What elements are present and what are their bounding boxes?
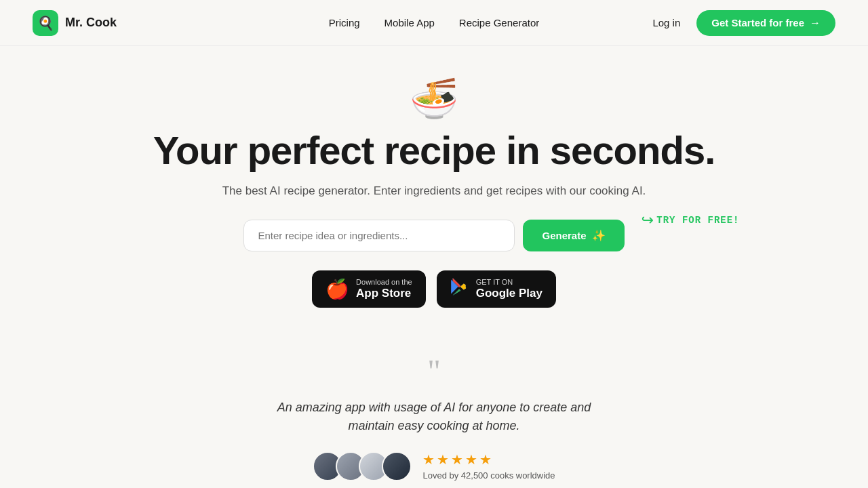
app-buttons: 🍎 Download on the App Store GET IT O: [312, 270, 556, 308]
quote-icon: ": [427, 355, 441, 388]
get-started-button[interactable]: Get Started for free →: [696, 10, 835, 36]
google-play-text: GET IT ON Google Play: [476, 278, 542, 301]
nav-recipe-generator[interactable]: Recipe Generator: [459, 17, 539, 28]
search-area: Generate ✨ ↩ TRY FOR FREE!: [243, 220, 624, 251]
loved-text: Loved by 42,500 cooks worldwide: [422, 470, 555, 481]
logo-text: Mr. Cook: [65, 16, 117, 30]
try-free-label: ↩ TRY FOR FREE!: [642, 211, 739, 229]
star-icon: ★: [451, 451, 463, 468]
social-proof: ★ ★ ★ ★ ★ Loved by 42,500 cooks worldwid…: [313, 451, 555, 481]
sparkle-icon: ✨: [592, 229, 606, 242]
hero-section: 🍜 Your perfect recipe in seconds. The be…: [0, 46, 868, 488]
star-icon: ★: [437, 451, 449, 468]
star-icon: ★: [465, 451, 477, 468]
testimonial-text: An amazing app with usage of AI for anyo…: [271, 399, 597, 435]
logo-icon: 🍳: [33, 10, 58, 36]
hero-emoji: 🍜: [410, 79, 458, 118]
star-icon: ★: [422, 451, 435, 468]
stars: ★ ★ ★ ★ ★: [422, 451, 555, 468]
main-nav: Pricing Mobile App Recipe Generator: [329, 17, 539, 28]
nav-mobile-app[interactable]: Mobile App: [384, 17, 435, 28]
arrow-icon: →: [810, 17, 821, 29]
generate-button[interactable]: Generate ✨: [523, 220, 624, 251]
logo-area: 🍳 Mr. Cook: [33, 10, 117, 36]
header-actions: Log in Get Started for free →: [652, 10, 835, 36]
try-free-arrow-icon: ↩: [642, 211, 654, 229]
avatar-group: [313, 451, 412, 481]
google-play-button[interactable]: GET IT ON Google Play: [437, 270, 556, 308]
nav-pricing[interactable]: Pricing: [329, 17, 360, 28]
search-input[interactable]: [243, 220, 515, 251]
app-store-text: Download on the App Store: [356, 278, 412, 301]
hero-subtitle: The best AI recipe generator. Enter ingr…: [222, 184, 646, 198]
header: 🍳 Mr. Cook Pricing Mobile App Recipe Gen…: [0, 0, 868, 46]
login-button[interactable]: Log in: [652, 17, 680, 28]
try-free-text: TRY FOR FREE!: [656, 215, 739, 226]
rating-area: ★ ★ ★ ★ ★ Loved by 42,500 cooks worldwid…: [422, 451, 555, 481]
testimonial-section: " An amazing app with usage of AI for an…: [271, 348, 597, 481]
avatar: [382, 451, 412, 481]
main-content: 🍜 Your perfect recipe in seconds. The be…: [0, 46, 868, 488]
star-icon: ★: [479, 451, 492, 468]
hero-title: Your perfect recipe in seconds.: [153, 129, 715, 172]
app-store-button[interactable]: 🍎 Download on the App Store: [312, 270, 426, 308]
apple-icon: 🍎: [326, 278, 349, 300]
google-play-icon: [450, 277, 469, 301]
